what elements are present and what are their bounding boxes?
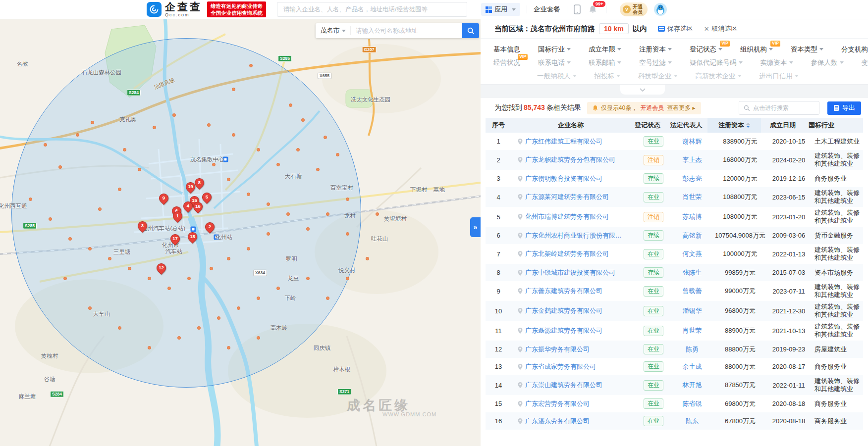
save-selection-button[interactable]: 保存选区 [658,24,693,33]
open-vip-link[interactable]: 开通会员 [640,104,664,112]
table-row: 2广东龙帜建筑劳务分包有限公司注销李上杰168000万元2024-02-20建筑… [486,150,863,170]
notifications-button[interactable]: 99+ [589,5,597,14]
map-search-input[interactable]: 请输入公司名称或地址 [351,27,462,35]
company-name-link[interactable]: 广东湛东劳务有限公司 [525,417,590,426]
company-poi-dot [346,232,349,236]
filter-组织机构[interactable]: 组织机构VIP [740,45,773,54]
filter-国标行业[interactable]: 国标行业 [538,45,571,54]
filter-基本信息[interactable]: 基本信息 [493,45,520,54]
company-poi-dot [207,123,211,127]
table-search-box[interactable]: 点击进行搜索 [739,101,819,115]
filter-联系电话[interactable]: 联系电话 [538,58,571,67]
apps-menu-button[interactable]: 应用 [481,3,520,16]
legal-rep-link[interactable]: 高铭新 [683,231,702,240]
legal-rep-link[interactable]: 陈东 [686,417,699,426]
filter-资本类型[interactable]: 资本类型 [791,45,823,54]
company-name-link[interactable]: 广东善东建筑劳务有限公司 [525,287,602,296]
filter-经营状况[interactable]: 经营状况VIP [493,58,520,67]
filter-招投标[interactable]: 招投标 [595,72,621,81]
company-name-link[interactable]: 广东宏营劳务有限公司 [525,399,590,408]
enterprise-package-link[interactable]: 企业套餐 [534,5,560,14]
filter-一般纳税人[interactable]: 一般纳税人 [537,72,577,81]
established-date: 2009-03-06 [767,232,811,239]
filter-登记状态[interactable]: 登记状态VIP [690,45,722,54]
open-vip-button[interactable]: V 开通 会员 [620,2,648,16]
map-canvas[interactable]: S284S285X655G207S285X634S371S284名教石龙山森林公… [0,19,481,446]
vip-upsell-notice[interactable]: 仅显示40条，开通会员查看更多 ▸ [587,102,701,114]
filter-实缴资本[interactable]: 实缴资本 [760,58,793,67]
filter-变更记录[interactable]: 变更记录 [862,58,868,67]
registered-capital: 96800万元 [713,306,767,315]
filter-label: 联系电话 [538,58,565,67]
company-name-link[interactable]: 广东龙帜建筑劳务分包有限公司 [525,155,615,164]
legal-rep-link[interactable]: 张陈生 [683,268,702,277]
established-date: 2019-09-23 [767,346,811,353]
company-name-link[interactable]: 广东省成家劳务有限公司 [525,362,596,371]
legal-rep-link[interactable]: 何文燕 [683,249,702,258]
panel-expander-button[interactable]: » [470,217,481,237]
status-badge: 在业 [644,249,663,259]
global-search-input[interactable]: 请输入企业名、人名、产品名，地址电话/经营范围等 [277,2,467,17]
legal-rep-link[interactable]: 肖世荣 [683,326,702,335]
filter-参保人数[interactable]: 参保人数 [811,58,844,67]
mascot-avatar[interactable] [654,3,667,16]
column-header-国标行业: 国标行业 [805,119,863,131]
filter-注册资本[interactable]: 注册资本 [639,45,672,54]
legal-rep-link[interactable]: 林开旭 [683,381,702,390]
company-name-link[interactable]: 广东化州农村商业银行股份有限公司 [525,231,627,240]
city-select[interactable]: 茂名市 [316,26,351,35]
qcc-logo[interactable]: 企查查 Qcc.com [147,1,202,17]
legal-rep-link[interactable]: 陈勇 [686,345,699,354]
filter-分支机构[interactable]: 分支机构VIP [841,45,868,54]
legal-rep-link[interactable]: 李上杰 [683,155,702,164]
cancel-selection-button[interactable]: ✕ 取消选区 [704,24,738,33]
company-name-link[interactable]: 广东源莱河建筑劳务有限公司 [525,193,609,201]
industry: 土木工程建筑业 [811,136,863,148]
radius-value-box[interactable]: 10 km [599,23,629,34]
company-name-link[interactable]: 广东崇山建筑劳务有限公司 [525,381,602,390]
mobile-app-button[interactable] [574,4,581,14]
column-header-企业名称: 企业名称 [511,121,630,130]
established-date: 2023-06-15 [767,194,811,201]
filter-空号过滤[interactable]: 空号过滤 [639,58,672,67]
legal-rep-link[interactable]: 潘锡华 [683,306,702,315]
status-badge: 在业 [644,192,663,202]
company-name-link[interactable]: 广东金鹤建筑劳务有限公司 [525,306,602,315]
company-cell: 广东崇山建筑劳务有限公司 [511,381,636,390]
legal-rep-link[interactable]: 苏瑞博 [683,212,702,221]
legal-rep-link[interactable]: 陈省锐 [683,399,702,408]
company-poi-dot [289,103,292,107]
company-poi-dot [58,165,62,169]
company-name-link[interactable]: 化州市瑞博建筑劳务有限公司 [525,212,609,221]
legal-rep-link[interactable]: 肖世荣 [683,193,702,201]
company-name-link[interactable]: 广东中锐城市建设投资有限公司 [525,268,615,277]
company-name-link[interactable]: 广东北架岭建筑劳务有限公司 [525,249,609,258]
table-row: 3广东衡明教育投资有限公司存续彭志亮120000万元2019-12-16商务服务… [486,170,863,187]
company-poi-dot [232,133,235,137]
company-name-link[interactable]: 广东磊源建筑劳务有限公司 [525,326,602,335]
company-name-link[interactable]: 广东红伟建筑工程有限公司 [525,137,602,146]
road-shield: G207 [362,47,377,53]
filter-成立年限[interactable]: 成立年限 [589,45,621,54]
sort-icon[interactable] [746,123,750,128]
collapse-filters-button[interactable] [620,85,665,95]
filter-高新技术企业[interactable]: 高新技术企业 [696,72,742,81]
company-name-link[interactable]: 广东衡明教育投资有限公司 [525,174,602,183]
company-poi-dot [68,237,72,241]
legal-rep-link[interactable]: 彭志亮 [683,174,702,183]
filter-进出口信用[interactable]: 进出口信用 [760,72,799,81]
established-date: 2022-01-11 [767,382,811,389]
map-search-button[interactable] [462,23,479,38]
filter-疑似代记账号码[interactable]: 疑似代记账号码 [690,58,743,67]
legal-rep-link[interactable]: 谢林辉 [683,137,702,146]
chevron-down-icon [668,61,672,64]
company-poi-dot [316,168,320,171]
company-name-link[interactable]: 广东振华劳务有限公司 [525,345,590,354]
filter-联系邮箱[interactable]: 联系邮箱 [589,58,621,67]
filter-科技型企业[interactable]: 科技型企业 [638,72,678,81]
export-button[interactable]: 导出 [827,101,861,115]
company-poi-dot [366,257,369,260]
legal-rep-link[interactable]: 曾载善 [683,287,702,296]
column-header-注册资本[interactable]: 注册资本 [707,118,761,133]
legal-rep-link[interactable]: 余土成 [683,362,702,371]
